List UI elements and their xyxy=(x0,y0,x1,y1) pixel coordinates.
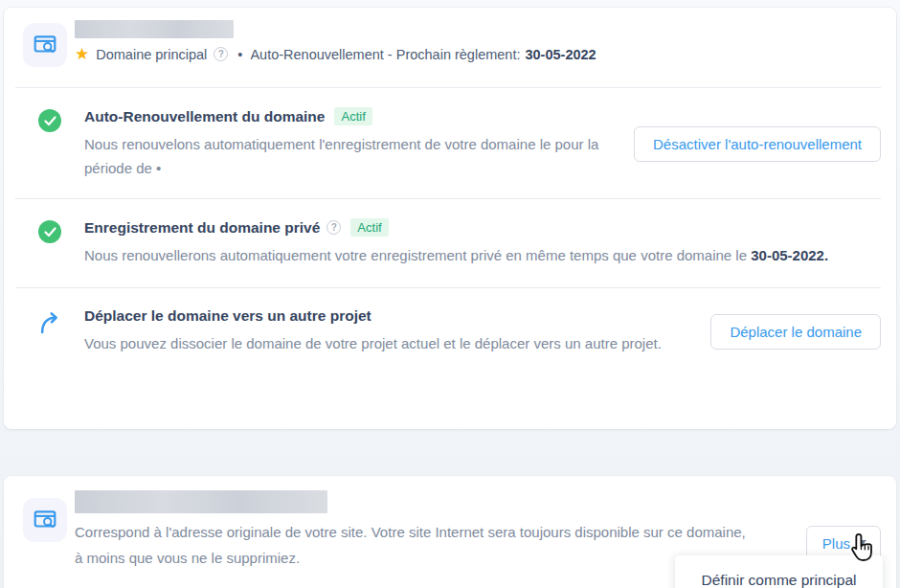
primary-domain-card: ★ Domaine principal ? • Auto-Renouvellem… xyxy=(4,8,896,429)
move-domain-section: Déplacer le domaine vers un autre projet… xyxy=(4,288,896,355)
star-icon: ★ xyxy=(75,46,89,62)
set-as-primary-menu-item[interactable]: Définir comme principal xyxy=(702,572,857,588)
curved-arrow-icon xyxy=(38,311,61,339)
status-badge: Actif xyxy=(350,218,388,237)
section-description: Vous pouvez dissocier le domaine de votr… xyxy=(84,331,673,355)
help-icon[interactable]: ? xyxy=(326,220,341,235)
redacted-domain-name xyxy=(75,20,234,38)
more-button-label: Plus xyxy=(822,535,850,552)
primary-domain-label: Domaine principal xyxy=(96,47,207,62)
disable-auto-renewal-button[interactable]: Désactiver l'auto-renouvellement xyxy=(634,126,881,162)
section-title: Enregistrement du domaine privé xyxy=(84,219,320,237)
section-title: Déplacer le domaine vers un autre projet xyxy=(84,307,371,325)
domain-meta-row: ★ Domaine principal ? • Auto-Renouvellem… xyxy=(75,46,596,62)
section-description: Nous renouvelons automatiquement l'enreg… xyxy=(84,132,606,180)
domain-search-icon xyxy=(23,498,67,542)
domain-search-icon xyxy=(23,23,67,67)
check-circle-icon xyxy=(38,220,61,243)
private-registration-section: Enregistrement du domaine privé ? Actif … xyxy=(4,199,896,267)
hand-cursor-icon xyxy=(848,532,877,569)
redacted-domain-name xyxy=(75,490,327,513)
move-domain-button[interactable]: Déplacer le domaine xyxy=(710,314,881,350)
description-text: Nous renouvellerons automatiquement votr… xyxy=(84,247,751,263)
free-domain-description: Correspond à l'adresse originale de votr… xyxy=(75,519,756,571)
meta-separator: • xyxy=(237,47,242,62)
help-icon[interactable]: ? xyxy=(214,47,228,61)
status-badge: Actif xyxy=(334,107,371,125)
renewal-date: 30-05-2022. xyxy=(751,247,828,263)
auto-renewal-section: Auto-Renouvellement du domaine Actif Nou… xyxy=(4,88,896,180)
renewal-meta-text: Auto-Renouvellement - Prochain règlement… xyxy=(250,47,520,62)
check-circle-icon xyxy=(38,109,61,132)
section-description: Nous renouvellerons automatiquement votr… xyxy=(84,243,831,267)
renewal-date: 30-05-2022 xyxy=(525,47,596,62)
section-title: Auto-Renouvellement du domaine xyxy=(84,108,325,125)
domain-header: ★ Domaine principal ? • Auto-Renouvellem… xyxy=(4,8,896,67)
